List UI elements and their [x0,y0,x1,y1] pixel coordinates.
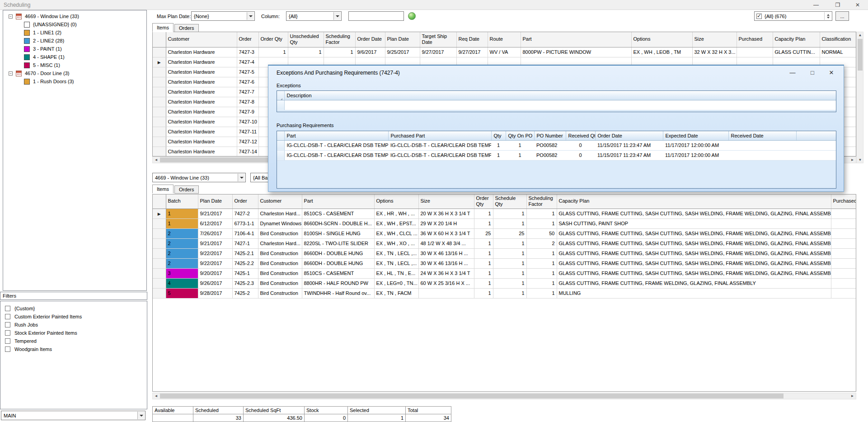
cell-customer[interactable]: Charleston Hardware [166,67,237,77]
cell-received-date[interactable] [728,140,796,150]
cell-received-qty[interactable]: 0 [566,150,595,160]
cell-size[interactable] [418,288,474,298]
column-header[interactable]: Order Qty [474,194,493,209]
cell-classification[interactable]: NORMAL [820,47,856,57]
cell-batch[interactable]: 2 [166,248,198,258]
cell-order-qty[interactable]: 1 [474,248,493,258]
cell-size[interactable]: 32 W X 32 H X 3... [692,47,737,57]
column-header[interactable]: Part [302,194,374,209]
cell-route[interactable]: WV / VA [488,47,521,57]
cell-order[interactable]: 7425-2.2 [232,258,258,268]
cell-schedule-qty[interactable]: 25 [493,228,526,238]
column-header[interactable]: Options [374,194,418,209]
tree-item-row[interactable]: 1 - LINE1 (2) [3,28,146,37]
cell-schedule-qty[interactable]: 1 [493,209,526,218]
cell-customer[interactable]: Charleston Hardware [166,57,237,67]
chevron-down-icon[interactable] [238,174,245,181]
cell-scheduling-factor[interactable]: 2 [526,238,557,248]
cell-order[interactable]: 7425-2.1 [232,248,258,258]
row-indicator[interactable]: ▶ [153,57,166,67]
table-row[interactable]: ▶19/21/20177427-2Charleston Hard...8510C… [153,209,856,218]
cell-options[interactable]: EX , TN , LECL ,... [374,258,418,268]
column-header[interactable]: Order Date [595,131,663,140]
cell-order[interactable]: 7425-1 [232,268,258,278]
search-input[interactable] [348,11,404,21]
cell-part[interactable]: 8000PW - PICTURE WINDOW [521,47,631,57]
cell-scheduling-factor[interactable]: 1 [526,258,557,268]
table-row[interactable]: 59/28/20177425-2Bird ConstructionTWINDHH… [153,288,856,298]
cell-scheduling-factor[interactable]: 1 [324,47,355,57]
collapse-icon[interactable]: − [9,14,13,19]
items-grid-vscrollbar[interactable]: ▲ ▼ [856,32,863,163]
cell-scheduling-factor[interactable]: 1 [526,248,557,258]
cell-order[interactable]: 7427-12 [237,137,258,147]
cell-expected-date[interactable]: 11/17/2017 12:00:00 AM [663,150,728,160]
chevron-down-icon[interactable] [333,12,341,20]
filter-checkbox[interactable] [5,314,10,319]
cell-capacity-plan[interactable]: GLASS CUTTING, FRAME CUTTING, SASH CUTTI… [557,258,831,268]
scroll-right-icon[interactable]: ► [849,157,856,163]
cell-order-qty[interactable]: 1 [474,288,493,298]
cell-options[interactable]: EX , TN , FACM [374,288,418,298]
cell-schedule-qty[interactable]: 1 [493,218,526,228]
max-plan-date-combo[interactable]: {None} [191,11,255,21]
row-indicator[interactable] [153,218,166,228]
cell-order-qty[interactable]: 1 [474,218,493,228]
cell-batch[interactable]: 2 [166,228,198,238]
column-header[interactable]: Size [418,194,474,209]
cell-order[interactable]: 7427-6 [237,77,258,87]
cell-plan-date[interactable]: 9/26/2017 [198,278,232,288]
row-indicator[interactable] [153,67,166,77]
cell-customer[interactable]: Charleston Hardware [166,137,237,147]
row-indicator[interactable] [153,127,166,137]
cell-schedule-qty[interactable]: 1 [493,258,526,268]
filter-checkbox[interactable] [5,330,10,336]
row-indicator[interactable] [153,47,166,57]
column-header[interactable]: Expected Date [663,131,728,140]
row-indicator[interactable] [153,228,166,238]
cell-order-date[interactable]: 11/15/2017 11:23:47 AM [595,150,663,160]
cell-order-qty[interactable]: 1 [474,209,493,218]
table-row[interactable]: 27/26/20177106-4-1Bird Construction8100S… [153,228,856,238]
column-header[interactable]: Capacity Plan [773,32,820,47]
cell-order-qty[interactable]: 25 [474,228,493,238]
cell-expected-date[interactable]: 11/17/2017 12:00:00 AM [663,140,728,150]
filter-item[interactable]: {Custom} [0,304,147,313]
cell-plan-date[interactable]: 9/21/2017 [198,209,232,218]
table-row[interactable]: 16/12/20176773-1-1Dynamet Windows8660DH-… [153,218,856,228]
cell-purchased[interactable] [831,209,856,218]
cell-options[interactable]: EX , WH , EPST... [374,218,418,228]
cell-size[interactable]: 48 1/2 W X 48 3/4 ... [418,238,474,248]
scrollbar-thumb[interactable] [858,39,863,71]
chevron-down-icon[interactable] [137,412,145,419]
filter-item[interactable]: Rush Jobs [0,321,147,329]
scroll-up-icon[interactable]: ▲ [857,32,863,38]
cell-order-date[interactable]: 9/6/2017 [355,47,385,57]
column-header[interactable]: Description [284,91,836,100]
cell-order[interactable]: 7427-2 [232,209,258,218]
cell-customer[interactable]: Charleston Hardware [166,127,237,137]
more-options-button[interactable]: ... [835,11,849,21]
tab-items[interactable]: Items [152,185,174,194]
cell-purchased[interactable] [831,218,856,228]
cell-options[interactable]: EX , TN , LECL ,... [374,248,418,258]
window-minimize-icon[interactable]: — [809,1,823,9]
column-header[interactable]: Part [521,32,631,47]
column-header[interactable]: Qty [491,131,506,140]
window-maximize-icon[interactable]: ❐ [831,1,845,9]
cell-capacity-plan[interactable]: GLASS CUTTING, FRAME CUTTING, FRAME WELD… [557,278,831,288]
tree-group-row[interactable]: −4670 - Door Line (3) [3,69,146,77]
cell-batch[interactable]: 3 [166,268,198,278]
cell-part[interactable]: 8660DH - DOUBLE HUNG [302,258,374,268]
cell-po-number[interactable]: PO00582 [534,140,566,150]
filter-checkbox[interactable] [5,322,10,327]
cell-part[interactable]: TWINDHHR - Half Round ov... [302,288,374,298]
column-header[interactable]: Customer [166,32,237,47]
cell-part[interactable]: 8510CS - CASEMENT [302,268,374,278]
cell-part[interactable]: 8510CS - CASEMENT [302,209,374,218]
tree-item-row[interactable]: 5 - MISC (1) [3,61,146,69]
cell-schedule-qty[interactable]: 1 [493,268,526,278]
column-header[interactable]: Scheduling Factor [526,194,557,209]
column-header[interactable]: Order [237,32,258,47]
cell-capacity-plan[interactable]: GLASS CUTTIN... [773,47,820,57]
